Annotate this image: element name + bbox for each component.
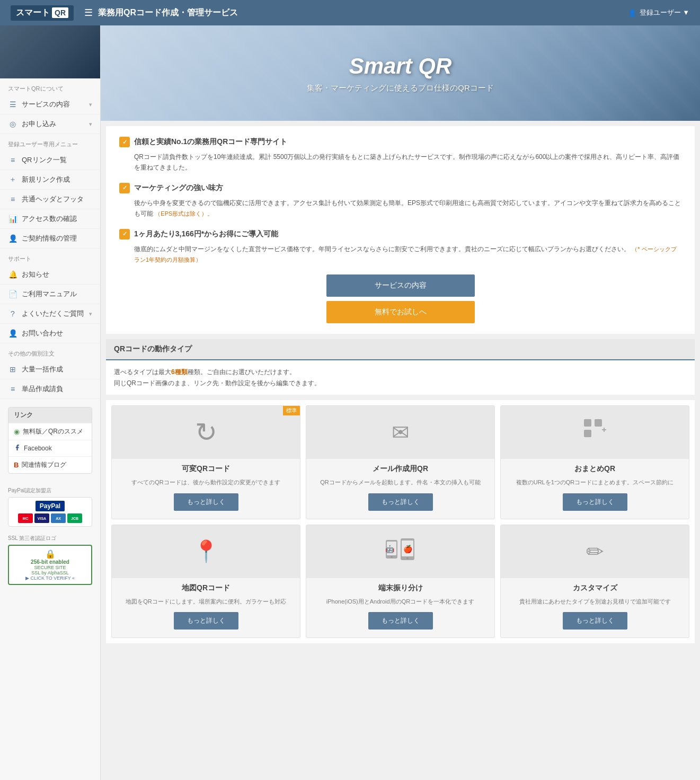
access-label: アクセス数の確認 (22, 214, 77, 224)
sidebar-item-access[interactable]: 📊 アクセス数の確認 (0, 209, 100, 229)
standard-badge: 標準 (283, 406, 300, 415)
svg-text:🤖: 🤖 (386, 545, 395, 554)
svg-point-7 (391, 556, 393, 558)
contract-label: ご契約情報の管理 (22, 234, 77, 243)
sidebar-link-free-qr[interactable]: ◉ 無料版／QRのススメ (8, 423, 92, 440)
service-content-button[interactable]: サービスの内容 (326, 274, 475, 297)
ssl-badge: 🔒 256-bit enabled SECURE SITE SSL by Alp… (8, 545, 92, 585)
map-icon-area: 📍 (112, 525, 300, 578)
facebook-label: Facebook (24, 445, 52, 452)
device-qr-icon: 🤖 🍎 (386, 537, 415, 565)
access-icon: 📊 (8, 215, 17, 223)
bulk-label: 大量一括作成 (22, 365, 63, 374)
custom-icon-area: ✏ (501, 525, 689, 578)
summary-more-button[interactable]: もっと詳しく (563, 493, 627, 511)
check-icon-price: ✓ (119, 229, 130, 240)
map-qr-desc: 地図をQRコードにします。場所案内に便利。ガラケーも対応 (120, 597, 291, 606)
email-qr-title: メール作成用QR (373, 464, 428, 474)
sidebar-link-facebook[interactable]: Facebook (8, 440, 92, 456)
news-label: お知らせ (22, 270, 49, 279)
blog-icon: B (14, 461, 19, 469)
sidebar-item-news[interactable]: 🔔 お知らせ (0, 265, 100, 285)
sidebar-item-qr-list[interactable]: ≡ QRリンク一覧 (0, 150, 100, 170)
main-content: Smart QR 集客・マーケティングに使えるプロ仕様のQRコード ✓ 信頼と実… (101, 25, 700, 780)
qr-cards-grid: ↻ 標準 可変QRコード すべてのQRコードは、後から動作設定の変更ができます … (106, 400, 695, 643)
variable-icon-area: ↻ (112, 406, 300, 459)
sidebar-hero-image (0, 25, 100, 78)
sidebar-item-new-link[interactable]: ＋ 新規リンク作成 (0, 170, 100, 190)
marketing-body: 後から中身を変更できるので臨機応変に活用できます。アクセス集計も付いて効果測定も… (119, 198, 681, 219)
user-icon: 👤 (628, 9, 636, 17)
sidebar-service-label: サービスの内容 (22, 100, 70, 109)
sidebar-item-contact[interactable]: 👤 お問い合わせ (0, 324, 100, 343)
lock-icon: 🔒 (12, 549, 88, 559)
contract-icon: 👤 (8, 234, 17, 243)
logo-qr: QR (52, 7, 68, 18)
logo[interactable]: スマート QR (11, 5, 74, 21)
map-qr-icon: 📍 (193, 539, 219, 564)
top-header: スマート QR ☰ 業務用QRコード作成・管理サービス 👤 登録ユーザー ▼ (0, 0, 700, 25)
sidebar: スマートQRについて ☰ サービスの内容 ▾ ◎ お申し込み ▾ 登録ユーザー専… (0, 25, 101, 780)
user-label: 登録ユーザー ▼ (640, 8, 689, 17)
device-icon-area: 🤖 🍎 (306, 525, 494, 578)
chevron-down-icon-3: ▾ (89, 311, 92, 317)
ssl-title: 256-bit enabled (12, 559, 88, 565)
sidebar-item-manual[interactable]: 📄 ご利用マニュアル (0, 285, 100, 304)
variable-more-button[interactable]: もっと詳しく (174, 493, 238, 511)
svg-text:🍎: 🍎 (403, 545, 413, 554)
hero-subtitle: 集客・マーケティングに使えるプロ仕様のQRコード (307, 83, 494, 93)
summary-qr-desc: 複数のURLを1つのQRコードにまとめます。スペース節約に (511, 478, 679, 487)
sidebar-item-contract[interactable]: 👤 ご契約情報の管理 (0, 229, 100, 249)
sidebar-item-apply[interactable]: ◎ お申し込み ▾ (0, 114, 100, 134)
map-more-button[interactable]: もっと詳しく (174, 612, 238, 630)
apply-icon: ◎ (8, 120, 17, 128)
qr-list-icon: ≡ (8, 156, 17, 164)
support-label: サポート (0, 249, 100, 265)
sidebar-item-faq[interactable]: ? よくいただくご質問 ▾ (0, 304, 100, 324)
custom-qr-desc: 貴社用途にあわせたタイプを別途お見積りで追加可能です (514, 597, 676, 606)
free-trial-button[interactable]: 無料でお試しへ (326, 301, 475, 323)
hero-title: Smart QR (349, 54, 452, 79)
main-layout: スマートQRについて ☰ サービスの内容 ▾ ◎ お申し込み ▾ 登録ユーザー専… (0, 25, 700, 780)
header-footer-icon: ≡ (8, 195, 17, 203)
other-label: その他の個別注文 (0, 343, 100, 360)
sidebar-item-service[interactable]: ☰ サービスの内容 ▾ (0, 95, 100, 114)
sidebar-item-header-footer[interactable]: ≡ 共通ヘッダとフッタ (0, 190, 100, 209)
qr-card-email: ✉ メール作成用QR QRコードからメールを起動します。件名・本文の挿入も可能 … (306, 405, 495, 519)
device-qr-title: 端末振り分け (378, 583, 423, 593)
faq-label: よくいただくご質問 (22, 309, 84, 318)
check-icon-trust: ✓ (119, 137, 130, 147)
device-more-button[interactable]: もっと詳しく (368, 612, 433, 630)
email-more-button[interactable]: もっと詳しく (368, 493, 433, 511)
sidebar-link-blog[interactable]: B 関連情報ブログ (8, 456, 92, 473)
summary-qr-title: おまとめQR (574, 464, 615, 474)
service-icon: ☰ (8, 100, 17, 109)
chevron-down-icon-2: ▾ (89, 121, 92, 128)
free-qr-icon: ◉ (14, 428, 20, 436)
check-icon-marketing: ✓ (119, 183, 130, 193)
sidebar-item-single[interactable]: ≡ 単品作成請負 (0, 379, 100, 399)
visa-icon: VISA (34, 513, 49, 523)
info-section: ✓ 信頼と実績No.1の業務用QRコード専門サイト QRコード請負件数トップを1… (106, 126, 695, 334)
manual-icon: 📄 (8, 290, 17, 298)
new-link-icon: ＋ (8, 175, 17, 184)
manual-label: ご利用マニュアル (22, 289, 77, 299)
ssl-cta[interactable]: ▶ CLICK TO VERIFY « (12, 575, 88, 581)
price-title: ✓ 1ヶ月あたり3,166円*からお得にご導入可能 (119, 229, 681, 240)
amex-icon: AX (51, 513, 66, 523)
svg-point-10 (406, 557, 409, 560)
custom-more-button[interactable]: もっと詳しく (563, 612, 627, 630)
user-menu[interactable]: 👤 登録ユーザー ▼ (628, 8, 689, 17)
jcb-icon: JCB (67, 513, 82, 523)
sidebar-item-bulk[interactable]: ⊞ 大量一括作成 (0, 360, 100, 379)
hero-banner: Smart QR 集客・マーケティングに使えるプロ仕様のQRコード (101, 25, 700, 121)
news-icon: 🔔 (8, 270, 17, 279)
blog-label: 関連情報ブログ (22, 460, 66, 469)
email-icon-area: ✉ (306, 406, 494, 459)
svg-rect-2 (584, 430, 591, 437)
qr-card-variable: ↻ 標準 可変QRコード すべてのQRコードは、後から動作設定の変更ができます … (111, 405, 300, 519)
logo-text: スマート (16, 7, 50, 19)
single-icon: ≡ (8, 385, 17, 393)
paypal-box: PayPal MC VISA AX JCB (8, 497, 92, 527)
hamburger-icon[interactable]: ☰ (84, 7, 93, 19)
